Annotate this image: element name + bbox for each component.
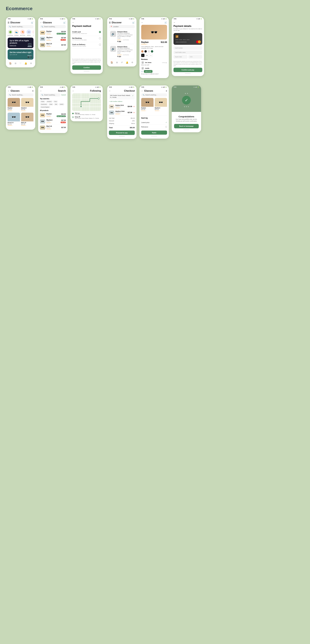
grid-product-1[interactable]: 🕶️ Rayban $24.99 ★★★★☆ xyxy=(8,98,20,112)
list-item[interactable]: 🕶️ Rayban RX1234 ★★★★☆ $24.99 Buy 1 get … xyxy=(40,30,66,36)
cart-icon[interactable]: 🛒 xyxy=(132,22,135,24)
cancel-button[interactable]: Cancel xyxy=(61,94,66,96)
list-item[interactable]: 🕶️ Rayban Rx1224 ★★★★☆ $24.99 Buy 1 get … xyxy=(40,112,66,118)
nav-settings[interactable]: ⚙ xyxy=(30,62,32,64)
color-black[interactable] xyxy=(144,50,147,52)
category-footwear[interactable]: 👟 Footwear xyxy=(14,30,19,36)
nav-home[interactable]: 🏠 xyxy=(110,61,113,64)
checkout-item-1[interactable]: 🕶️ Rayban RX12 Quantity: 2 ★★★★☆ $24.98 … xyxy=(109,104,135,110)
category-eat-drink[interactable]: 🍕 Eat & Drink xyxy=(20,30,25,36)
cart-icon[interactable]: 🛒 xyxy=(164,21,167,24)
card-number-field[interactable]: Card number xyxy=(174,46,202,50)
payment-option-cod[interactable]: Cash on Delivery Payment once you receiv… xyxy=(72,42,101,48)
back-button[interactable]: ← xyxy=(40,22,42,24)
list-item[interactable]: 🕶️ Mad Lib Wy446 ★★★★☆ $27.99 xyxy=(40,124,66,131)
search-tag[interactable]: Guccie bel xyxy=(40,103,48,106)
shopping-cart-icon[interactable]: 🛒 xyxy=(31,22,34,24)
location-bar[interactable]: 📍 Location xyxy=(109,25,135,28)
nav-grid[interactable]: ⊞ xyxy=(116,61,118,64)
option-sub: We Accept Visa, Mastercard xyxy=(72,33,87,34)
grid-product-4[interactable]: 🕶️ Mad Lib $24.99 ★★★★☆ xyxy=(21,112,34,126)
size-l[interactable]: L xyxy=(150,54,153,57)
list-icon[interactable]: ≡ xyxy=(32,90,34,92)
size-s[interactable]: S xyxy=(141,54,144,57)
product-card-1[interactable]: 🔊 Amazon Alexa Your Alexa, Everywhere. D… xyxy=(109,30,135,44)
remove-button[interactable]: ✕ xyxy=(133,112,135,114)
confirm-button[interactable]: Confirm xyxy=(72,65,101,70)
list-item[interactable]: 🕶️ Wayfarer FY543 ★★★★☆ $27.99 15% off xyxy=(40,36,66,42)
list-item[interactable]: 🕶️ Wayfarer Py543 ★★★★☆ $27.99 15% off xyxy=(40,118,66,124)
search-tag[interactable]: Goat xyxy=(48,103,53,106)
back-button[interactable]: ← xyxy=(72,90,74,92)
search-tag[interactable]: Guccie Rayban xyxy=(40,106,50,108)
search-bar[interactable]: 🔍 xyxy=(40,25,66,28)
color-green[interactable] xyxy=(151,50,153,52)
card-holder-field[interactable]: Card holder name xyxy=(174,51,202,54)
search-tag[interactable]: JBL xyxy=(54,103,58,106)
search-tag[interactable]: Polo xyxy=(53,100,58,103)
product-details: Amazon Alexa Your Alexa, Everywhere. Des… xyxy=(117,46,134,58)
back-homepage-button[interactable]: Back to homepage xyxy=(174,124,199,128)
map-view[interactable] xyxy=(72,94,101,111)
search-bar[interactable]: 🔍 xyxy=(40,94,60,96)
svg-point-0 xyxy=(80,106,82,107)
size-m[interactable]: M xyxy=(145,54,148,57)
payment-option-netbanking[interactable]: Net Banking 2% Transactions may apply xyxy=(72,36,101,42)
sort-option-relevance[interactable]: Relevance xyxy=(141,125,167,129)
hamburger-icon[interactable]: ☰ xyxy=(8,22,10,24)
back-button[interactable]: ← xyxy=(40,90,42,92)
search-input[interactable] xyxy=(12,94,32,96)
product-card-2[interactable]: 🔊 Amazon Alexa Your Alexa, Everywhere. D… xyxy=(109,45,135,59)
expire-field[interactable]: Expire Date xyxy=(174,55,188,58)
search-bar[interactable]: 🔍 xyxy=(141,94,167,96)
payment-option-credit[interactable]: Credit card We Accept Visa, Mastercard xyxy=(72,30,101,36)
search-tag[interactable]: Amazon xyxy=(46,100,52,103)
proceed-button[interactable]: Proceed to pay xyxy=(109,130,135,135)
category-accessories[interactable]: 🟢 Accessories xyxy=(8,30,13,36)
back-button[interactable]: ← xyxy=(141,21,143,24)
color-brown[interactable] xyxy=(141,50,144,52)
nav-home[interactable]: 🏠 xyxy=(9,62,12,64)
nav-notifications[interactable]: 🔔 xyxy=(24,62,27,64)
remove-button[interactable]: ✕ xyxy=(133,106,135,108)
back-button[interactable]: ← xyxy=(141,90,143,92)
grid-product-3[interactable]: 🕶️ Persol 12 $24.99 ★★★★☆ xyxy=(8,112,20,126)
nav-refresh[interactable]: ↺ xyxy=(121,61,123,64)
radio-unselected[interactable] xyxy=(99,44,101,46)
apply-button[interactable]: Apply xyxy=(141,130,167,135)
signal-icon: ▪▪▪ xyxy=(129,86,130,88)
category-shop[interactable]: 🛍️ Shop All xyxy=(32,30,34,36)
cvc-field[interactable]: CVC xyxy=(188,55,202,58)
back-button[interactable]: ← xyxy=(174,21,176,24)
nav-notifications[interactable]: 🔔 xyxy=(126,61,128,64)
search-input[interactable] xyxy=(44,94,59,96)
radio-selected[interactable] xyxy=(99,31,101,33)
color-white[interactable] xyxy=(148,50,150,52)
search-input[interactable] xyxy=(12,26,32,28)
cart-icon[interactable]: 🛒 xyxy=(63,22,66,24)
confirm-pay-button[interactable]: Confirm and pay xyxy=(174,68,202,72)
list-item[interactable]: 🕶️ Mad Lib Wy446 ★★★★☆ $27.99 xyxy=(40,42,66,48)
add-address-link[interactable]: + Add Another Address xyxy=(109,101,135,102)
checkout-item-2[interactable]: 🕶️ Wayfarer R343 Quantity: 2 ★★★★☆ $27.9… xyxy=(109,110,135,116)
grid-product-2[interactable]: 🕶️ Wayfarer $24.99 ★★★★☆ xyxy=(21,98,34,112)
sort-option-lowest[interactable]: Lowest price ✓ xyxy=(141,120,167,125)
category-glasses[interactable]: 👓 Glasses xyxy=(26,30,32,36)
back-button[interactable]: ← xyxy=(109,90,111,92)
search-tag[interactable]: Ticket xyxy=(40,100,45,103)
back-button[interactable]: ← xyxy=(72,21,74,24)
search-input[interactable] xyxy=(44,26,64,28)
nav-settings[interactable]: ⚙ xyxy=(131,61,133,64)
add-to-cart-button[interactable]: Add to cart xyxy=(144,70,152,73)
search-bar[interactable]: 🔍 xyxy=(8,25,34,28)
search-tag[interactable]: Kohl's xyxy=(59,103,64,106)
hamburger-icon[interactable]: ☰ xyxy=(109,22,111,24)
radio-unselected[interactable] xyxy=(99,37,101,39)
nav-heart[interactable]: ♡ xyxy=(20,62,22,64)
list-icon[interactable]: ≡ xyxy=(166,90,167,92)
status-bar-7: 9:41 ▪▪▪ wifi 🔋 xyxy=(6,86,35,88)
search-input[interactable] xyxy=(145,94,166,96)
search-bar[interactable]: 🔍 xyxy=(8,94,34,96)
nav-grid[interactable]: ⊞ xyxy=(15,62,16,64)
back-button[interactable]: ← xyxy=(8,90,10,92)
